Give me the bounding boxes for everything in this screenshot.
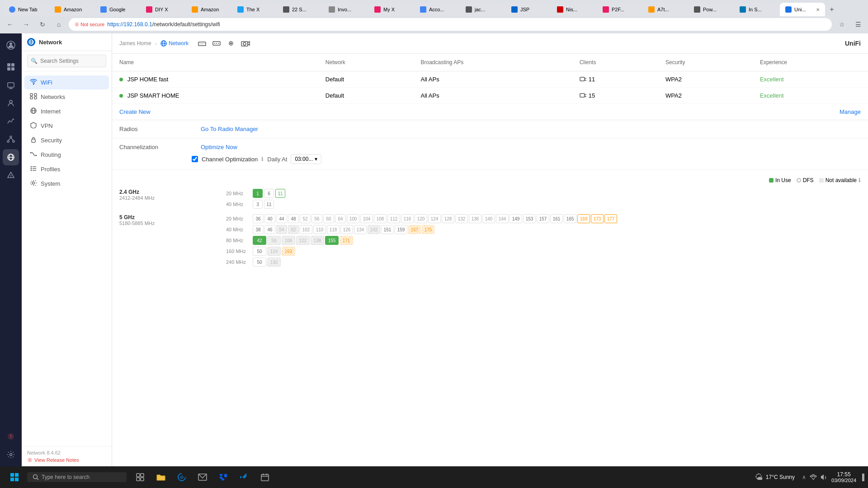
taskbar-mail[interactable] [193,467,212,487]
tab-7[interactable]: 22 S... [278,3,323,16]
ch-50-240[interactable]: 50 [253,258,266,267]
tab-17[interactable]: In S... [734,3,779,16]
sidebar-item-networks[interactable]: Networks [24,90,109,104]
tab-1[interactable]: New Tab [4,3,49,16]
ch-52[interactable]: 52 [300,214,311,223]
search-settings-input[interactable] [27,55,106,67]
ch-157[interactable]: 157 [537,214,549,223]
tab-14[interactable]: P2F... [597,3,642,16]
sidebar-item-routing[interactable]: Routing [24,148,109,162]
ch-153[interactable]: 153 [523,214,536,223]
ch-118[interactable]: 118 [327,225,340,234]
ch-163[interactable]: 163 [282,247,295,256]
tab-3[interactable]: Google [95,3,140,16]
ch-130[interactable]: 130 [267,258,281,267]
ch-56[interactable]: 56 [311,214,322,223]
ch-132[interactable]: 132 [455,214,468,223]
ch-142[interactable]: 142 [368,225,380,234]
table-row[interactable]: JSP HOME fast Default All APs 11 WPA2 Ex… [112,71,868,88]
address-bar[interactable]: ! Not secure https://192.168.0.1/network… [69,18,832,31]
tab-9[interactable]: My X [369,3,414,16]
create-new-button[interactable]: Create New [119,108,151,115]
rail-devices-icon[interactable] [3,77,19,93]
ch-112[interactable]: 112 [387,214,400,223]
tab-11[interactable]: jac... [460,3,505,16]
bookmark-button[interactable]: ☆ [835,18,848,31]
rail-clients-icon[interactable] [3,95,19,111]
tab-16[interactable]: Pow... [689,3,734,16]
extensions-button[interactable]: ☰ [852,18,864,31]
taskbar-edge[interactable] [172,467,192,487]
forward-button[interactable]: → [20,18,33,31]
ch-36[interactable]: 36 [253,214,264,223]
ch-128[interactable]: 128 [442,214,454,223]
rail-alert-warning-icon[interactable]: ! [3,428,19,445]
home-button[interactable]: ⌂ [52,18,65,31]
ch-138[interactable]: 138 [311,236,324,245]
tab-8[interactable]: Invo... [323,3,368,16]
ch-42[interactable]: 42 [253,236,266,245]
ch-126[interactable]: 126 [340,225,353,234]
back-button[interactable]: ← [4,18,16,31]
ch-136[interactable]: 136 [469,214,481,223]
time-select-dropdown[interactable]: 03:00... ▾ [291,154,321,164]
release-notes-link[interactable]: ! View Release Notes [27,457,106,463]
channel-11[interactable]: 11 [275,189,285,198]
sidebar-item-internet[interactable]: Internet [24,104,109,118]
rail-topology-icon[interactable] [3,131,19,147]
rail-stats-icon[interactable] [3,113,19,129]
channel-1[interactable]: 1 [253,189,263,198]
sidebar-item-wifi[interactable]: WiFi [24,75,109,89]
rail-alerts-icon[interactable] [3,167,19,183]
ch-177[interactable]: 177 [604,214,617,223]
ch-155[interactable]: 155 [325,236,339,245]
rail-settings-icon[interactable] [3,446,19,463]
rail-dashboard-icon[interactable] [3,59,19,75]
radio-manager-link[interactable]: Go To Radio Manager [201,126,258,132]
ch-108[interactable]: 108 [374,214,387,223]
ch-165[interactable]: 165 [564,214,576,223]
ch-48[interactable]: 48 [288,214,299,223]
taskbar-calendar[interactable] [255,467,275,487]
ch-124[interactable]: 124 [428,214,441,223]
ch-110[interactable]: 110 [313,225,326,234]
ch-38[interactable]: 38 [253,225,264,234]
table-row[interactable]: JSP SMART HOME Default All APs 15 WPA2 E… [112,88,868,104]
ch-134[interactable]: 134 [354,225,367,234]
tab-6[interactable]: The X [232,3,277,16]
ch-114[interactable]: 114 [267,247,281,256]
ch-46[interactable]: 46 [264,225,275,234]
tab-15[interactable]: A7t... [643,3,688,16]
tray-arrow-icon[interactable]: ∧ [802,474,806,480]
ch-159[interactable]: 159 [395,225,407,234]
taskbar-search-box[interactable]: Type here to search [27,472,127,482]
device-icon-camera[interactable] [239,37,252,50]
tab-10[interactable]: Acco... [415,3,460,16]
new-tab-button[interactable]: + [826,3,838,16]
network-tray-icon[interactable] [810,474,817,480]
manage-button[interactable]: Manage [840,108,861,115]
channel-3[interactable]: 3 [253,200,263,209]
taskbar-task-view[interactable] [130,467,150,487]
ch-140[interactable]: 140 [482,214,495,223]
tab-5[interactable]: Amazon [186,3,231,16]
ch-64[interactable]: 64 [335,214,346,223]
ch-161[interactable]: 161 [550,214,563,223]
ch-151[interactable]: 151 [381,225,394,234]
taskbar-clock[interactable]: 17:55 03/09/2024 [831,471,856,483]
rail-network-icon[interactable] [3,149,19,165]
ch-173[interactable]: 173 [591,214,604,223]
ch-122[interactable]: 122 [296,236,310,245]
optimize-now-link[interactable]: Optimize Now [201,144,237,150]
ch-102[interactable]: 102 [300,225,312,234]
ch-100[interactable]: 100 [347,214,359,223]
ch-116[interactable]: 116 [401,214,414,223]
ch-50[interactable]: 50 [253,247,266,256]
rail-user-icon[interactable] [3,37,19,53]
tab-13[interactable]: Nis... [552,3,597,16]
volume-tray-icon[interactable] [821,474,828,480]
ch-44[interactable]: 44 [276,214,287,223]
ch-106[interactable]: 106 [282,236,295,245]
device-icon-router[interactable] [196,37,208,50]
ch-144[interactable]: 144 [496,214,509,223]
